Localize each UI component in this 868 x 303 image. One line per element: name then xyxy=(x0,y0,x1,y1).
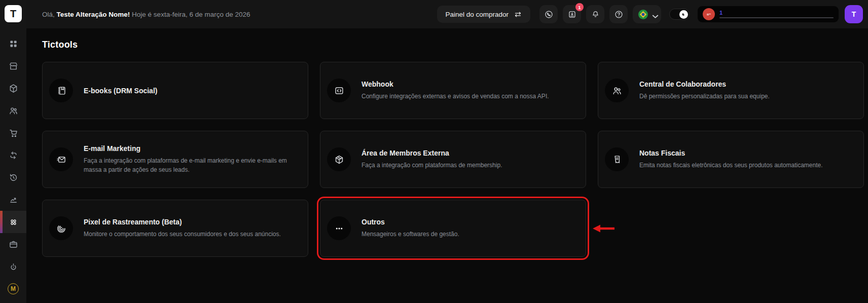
buyer-panel-label: Painel do comprador xyxy=(445,11,509,18)
invoice-icon xyxy=(605,147,629,171)
level-value: 1 xyxy=(719,10,834,16)
apps-icon xyxy=(8,217,19,228)
sidebar: T M xyxy=(0,0,26,303)
card-description: Dê permissões personalizadas para sua eq… xyxy=(639,92,770,101)
tictool-card-e-mail-marketing[interactable]: E-mail Marketing Faça a integração com p… xyxy=(42,131,308,188)
card-description: Monitore o comportamento dos seus consum… xyxy=(84,230,281,239)
help-icon xyxy=(614,10,624,19)
sidebar-item-membership[interactable]: M xyxy=(0,278,26,300)
card-title: E-books (DRM Social) xyxy=(84,87,157,95)
page-title: Tictools xyxy=(42,40,868,50)
card-description: Faça a integração com plataformas de mem… xyxy=(361,161,502,170)
header: Olá, Teste Alteração Nome! Hoje é sexta-… xyxy=(26,0,868,28)
card-title: Área de Membros Externa xyxy=(361,149,502,157)
card-title: E-mail Marketing xyxy=(84,144,298,153)
ebook-icon xyxy=(49,79,73,102)
sidebar-item-storefront[interactable] xyxy=(0,55,26,77)
card-description: Mensageiros e softwares de gestão. xyxy=(361,230,459,239)
sidebar-item-subscriptions[interactable] xyxy=(0,144,26,166)
tictool-card-pixel-de-rastreamento-beta[interactable]: Pixel de Rastreamento (Beta) Monitore o … xyxy=(42,200,308,257)
grid-icon xyxy=(8,39,19,49)
app-logo[interactable]: T xyxy=(5,5,22,22)
tictool-card-notas-fiscais[interactable]: Notas Fiscais Emita notas fiscais eletrô… xyxy=(598,131,864,188)
card-description: Emita notas fiscais eletrônicas dos seus… xyxy=(639,161,823,170)
dots-icon xyxy=(327,216,351,240)
sidebar-item-sales[interactable] xyxy=(0,122,26,144)
tray-download-icon xyxy=(567,10,577,19)
sidebar-item-dashboard[interactable] xyxy=(0,32,26,55)
updates-button[interactable]: 1 xyxy=(563,5,581,23)
sidebar-item-tictools[interactable] xyxy=(0,211,26,233)
sidebar-item-history[interactable] xyxy=(0,166,26,188)
cube-icon xyxy=(8,83,19,94)
greeting-date: Hoje é sexta-feira, 6 de março de 2026 xyxy=(132,11,250,18)
language-button[interactable] xyxy=(633,5,661,23)
annotation-arrow-icon xyxy=(592,223,615,234)
repeat-icon xyxy=(8,150,19,161)
greeting: Olá, Teste Alteração Nome! Hoje é sexta-… xyxy=(42,11,250,18)
notification-badge: 1 xyxy=(575,3,584,11)
code-icon xyxy=(327,79,351,102)
card-title: Outros xyxy=(361,218,459,226)
theme-toggle-knob xyxy=(679,10,688,19)
history-icon xyxy=(8,172,19,183)
avatar[interactable]: T xyxy=(845,5,863,23)
mail-icon xyxy=(49,147,73,171)
chevron-down-icon xyxy=(650,12,656,17)
theme-toggle[interactable] xyxy=(669,9,690,20)
team-icon xyxy=(605,79,629,102)
progress-widget[interactable]: 1 xyxy=(698,6,839,22)
tictools-grid: E-books (DRM Social) Webhook Configure i… xyxy=(42,62,868,257)
chart-icon xyxy=(8,195,19,205)
sidebar-item-wallet[interactable] xyxy=(0,233,26,255)
cart-icon xyxy=(8,128,19,138)
red-badge-icon xyxy=(703,8,715,20)
greeting-name: Teste Alteração Nome! xyxy=(57,11,130,18)
box-icon xyxy=(327,147,351,171)
swap-icon xyxy=(514,10,522,19)
whatsapp-icon xyxy=(544,10,554,19)
help-button[interactable] xyxy=(609,5,628,23)
m-badge-icon: M xyxy=(8,283,19,294)
brazil-flag-icon xyxy=(638,10,648,19)
pixel-icon xyxy=(49,216,73,240)
avatar-letter: T xyxy=(852,10,856,18)
moon-icon xyxy=(681,12,686,17)
tictool-card-rea-de-membros-externa[interactable]: Área de Membros Externa Faça a integraçã… xyxy=(320,131,586,188)
greeting-prefix: Olá, xyxy=(42,11,55,18)
sidebar-item-reports[interactable] xyxy=(0,188,26,211)
buyer-panel-button[interactable]: Painel do comprador xyxy=(437,6,530,23)
card-title: Webhook xyxy=(361,80,549,88)
sidebar-item-products[interactable] xyxy=(0,77,26,99)
app-logo-letter: T xyxy=(10,8,16,20)
storefront-icon xyxy=(8,61,19,71)
sidebar-item-members[interactable] xyxy=(0,99,26,122)
progress-bar xyxy=(719,17,834,19)
card-title: Pixel de Rastreamento (Beta) xyxy=(84,218,281,226)
tictool-card-e-books-drm-social[interactable]: E-books (DRM Social) xyxy=(42,62,308,119)
sidebar-nav: M xyxy=(0,32,26,300)
header-actions: Painel do comprador xyxy=(437,5,863,23)
card-description: Configure integrações externas e avisos … xyxy=(361,92,549,101)
sidebar-item-power[interactable] xyxy=(0,255,26,278)
card-description: Faça a integração com plataformas de e-m… xyxy=(84,156,298,174)
bell-icon xyxy=(591,10,600,19)
tictool-card-central-de-colaboradores[interactable]: Central de Colaboradores Dê permissões p… xyxy=(598,62,864,119)
users-icon xyxy=(8,105,19,116)
main-content: Tictools E-books (DRM Social) Webhook Co… xyxy=(26,28,868,303)
notifications-button[interactable] xyxy=(586,5,604,23)
power-icon xyxy=(8,261,19,272)
card-title: Notas Fiscais xyxy=(639,149,823,157)
wallet-icon xyxy=(8,239,19,250)
tictool-card-webhook[interactable]: Webhook Configure integrações externas e… xyxy=(320,62,586,119)
tictool-card-outros[interactable]: Outros Mensageiros e softwares de gestão… xyxy=(320,200,586,257)
whatsapp-button[interactable] xyxy=(539,5,558,23)
card-title: Central de Colaboradores xyxy=(639,80,770,88)
